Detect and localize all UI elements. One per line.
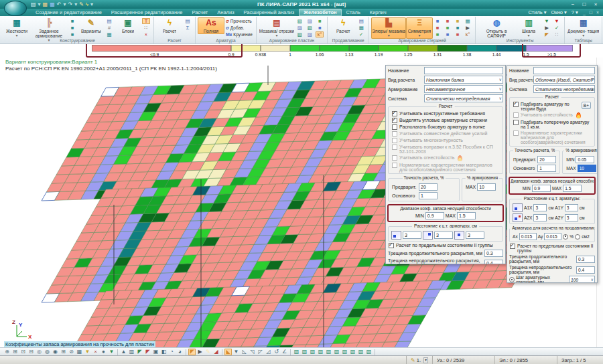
ribbon-button-блоки[interactable]: ▣Блоки (115, 17, 141, 34)
ribbon-mini-tee-icon[interactable]: Т (142, 18, 150, 24)
step-select[interactable]: 100 (569, 276, 595, 283)
ct-a1[interactable]: 3 (403, 232, 421, 239)
ribbon-button-полная[interactable]: АsПолная (198, 17, 224, 34)
model-view[interactable]: Вариант конструирования:Вариант 1 Расчет… (0, 58, 603, 347)
view-tool-cube-icon[interactable]: ▧ (357, 349, 364, 355)
qat-undo-icon[interactable]: ↶ (57, 1, 62, 8)
system-select[interactable]: Статически неопределимая (424, 94, 503, 102)
ribbon-mini-table-icon[interactable]: ▤ (357, 18, 365, 24)
ribbon-mini-x-icon[interactable]: × (142, 31, 150, 37)
radio-percent[interactable] (563, 234, 568, 240)
crack-long-input[interactable]: 0.3 (484, 250, 503, 257)
view-tool-flagG-icon[interactable]: ◤ (136, 349, 143, 355)
view-tool-pan-icon[interactable]: ⊕ (3, 349, 11, 355)
crack-short-input[interactable]: 0.4 (576, 266, 595, 274)
ribbon-mini-grid-icon[interactable]: ▦ (105, 31, 113, 37)
view-tool-ax1-icon[interactable]: ◺ (241, 349, 248, 355)
view-tool-zoomout-icon[interactable]: ⊟ (27, 349, 35, 355)
view-tool-crosshair-icon[interactable]: ◎ (36, 349, 43, 355)
ax-input[interactable]: 0.015 (519, 233, 537, 240)
ribbon-mini-sqT-icon[interactable]: ■ (68, 18, 76, 24)
ribbon-mini-paint-icon[interactable]: ▼ (543, 18, 551, 24)
ribbon-mini-dots-icon[interactable]: ∷ (553, 31, 561, 37)
reinforcement-select[interactable]: Несимметричное (424, 85, 503, 93)
view-tool-cube-icon[interactable]: ▧ (325, 349, 332, 355)
view-tool-rot-icon[interactable]: ↺ (273, 349, 280, 355)
crack-short-input[interactable]: 0.4 (484, 260, 503, 265)
view-tool-cursor-icon[interactable]: ▶ (196, 349, 204, 355)
checkbox-corner-bars[interactable]: Выделять угловые арматурные стержни (392, 118, 499, 123)
view-tool-cube-icon[interactable]: ▧ (309, 349, 316, 355)
a2y-input[interactable]: 3 (565, 214, 578, 221)
view-tool-ring-icon[interactable]: ◍ (44, 349, 51, 355)
view-tool-flagOr-icon[interactable]: ◤ (188, 349, 196, 355)
ribbon-button-жесткости[interactable]: ▦Жесткости▾ (3, 17, 30, 39)
precision-main-input[interactable]: 1 (419, 192, 438, 199)
ribbon-mini-sqT-icon[interactable]: ■ (68, 31, 76, 37)
view-tool-cube-icon[interactable]: ▧ (341, 349, 348, 355)
minimize-button[interactable]: − (567, 1, 578, 8)
checkbox-transverse-reinf[interactable]: Подбирать поперечную арматуру на 1 кв.м. (513, 120, 591, 129)
view-tool-cube-icon[interactable]: ▧ (333, 349, 340, 355)
ribbon-mini-kdeg-icon[interactable]: k° (464, 31, 472, 37)
view-tool-plus2-icon[interactable]: ⊞ (60, 349, 67, 355)
ribbon-button-открыть-в-сапфир[interactable]: ◍Открыть в САПФИР (478, 17, 515, 39)
view-tool-ax5-icon[interactable]: ∠ (281, 349, 288, 355)
ribbon-button-расчет[interactable]: ϟРасчет (156, 17, 183, 34)
qat-redo-icon[interactable]: ↷ (68, 1, 72, 8)
checkbox-side-reinf[interactable]: Располагать боковую арматуру в полке (392, 124, 499, 130)
ribbon-mini-cube-icon[interactable]: ▧ (295, 18, 304, 24)
crack-long-input[interactable]: 0.3 (576, 256, 595, 263)
maximize-button[interactable]: □ (579, 1, 590, 8)
ribbon-mini-sqT-icon[interactable]: ■ (454, 25, 462, 31)
range-min-input[interactable]: 0.9 (532, 185, 551, 192)
view-tool-paint-icon[interactable]: ▼ (108, 349, 115, 355)
load-case-selector[interactable]: ✎ 1.▾ (406, 356, 432, 364)
qat-save-icon[interactable]: ▦ (50, 1, 55, 8)
view-tool-target-icon[interactable]: ◉ (52, 349, 59, 355)
ribbon-mini-sqT-icon[interactable]: ■ (68, 25, 76, 31)
qat-drop-icon[interactable]: ▾ (74, 1, 77, 8)
view-tool-cube-icon[interactable]: ▧ (293, 349, 300, 355)
view-tool-slash-icon[interactable]: ⊘ (68, 349, 75, 355)
view-tool-cube-icon[interactable]: ▧ (317, 349, 324, 355)
ribbon-button-докумен--тация[interactable]: ▦Докумен- тация▾ (567, 17, 600, 39)
precision-pre-input[interactable]: 20 (419, 183, 438, 191)
document-window-controls[interactable]: _ □ × (583, 10, 600, 15)
view-tool-down-icon[interactable]: ▼ (232, 349, 240, 355)
a2x-input[interactable]: 3 (533, 214, 547, 221)
ribbon-mini-dots-icon[interactable]: ∷ (142, 25, 150, 31)
view-tool-zoomwin-icon[interactable]: ⊡ (19, 349, 27, 355)
view-tool-node-icon[interactable]: ● (100, 349, 107, 355)
menu-Окно[interactable]: Окно ▾ (551, 9, 567, 15)
view-tool-cube-icon[interactable]: ▧ (349, 349, 356, 355)
ribbon-button-варианты[interactable]: ✎Варианты (78, 17, 105, 34)
ribbon-mini-cube2-icon[interactable]: ▨ (306, 18, 314, 24)
checkbox-wood-theory[interactable]: Подбирать арматуру по теории ВудаВ+ (513, 102, 591, 111)
ribbon-mini-sqB-icon[interactable]: ■ (316, 25, 324, 31)
qat-doc-new-icon[interactable]: ▤ (31, 1, 36, 8)
menu-Стиль[interactable]: Стиль ▾ (528, 9, 546, 15)
ribbon-button-мозаика-отрезки[interactable]: ▤Мозаика/ отрезки▾ (259, 17, 295, 39)
ribbon-button-кручение[interactable]: МкКручение (226, 31, 253, 37)
wood-options-button[interactable]: В+ (582, 102, 591, 109)
ribbon-mini-sqG-icon[interactable]: ■ (444, 25, 452, 31)
ribbon-mini-sqG-icon[interactable]: ■ (433, 31, 442, 37)
view-tool-pencil-icon[interactable]: ✎ (204, 349, 212, 355)
ribbon-mini-sqR-icon[interactable]: ■ (444, 18, 452, 24)
precision-main-input[interactable]: 1 (537, 165, 556, 172)
ribbon-mini-sqY-icon[interactable]: ■ (454, 18, 462, 24)
view-tool-filterY-icon[interactable]: ▼ (84, 349, 91, 355)
view-tool-gridB-icon[interactable]: ▥ (128, 349, 135, 355)
tab-создание-и-редактирование[interactable]: Создание и редактирование (31, 9, 107, 16)
checkbox-limit-state-2[interactable]: Расчет по предельным состояниям II групп… (389, 243, 503, 248)
ribbon-mini-cursor-icon[interactable]: ▶ (543, 25, 551, 31)
view-tool-ax3-icon[interactable]: ◸ (257, 349, 264, 355)
radio-bar-step[interactable] (509, 277, 515, 282)
view-tool-grid3-icon[interactable]: ▦ (76, 349, 83, 355)
a1y-input[interactable]: 3 (565, 204, 578, 211)
ribbon-mini-grid-icon[interactable]: ▦ (464, 18, 472, 24)
tab-расширенный-анализ[interactable]: Расширенный анализ (239, 9, 299, 16)
view-tool-ax2-icon[interactable]: ◹ (249, 349, 256, 355)
ribbon-mini-cube2-icon[interactable]: ▨ (306, 31, 314, 37)
